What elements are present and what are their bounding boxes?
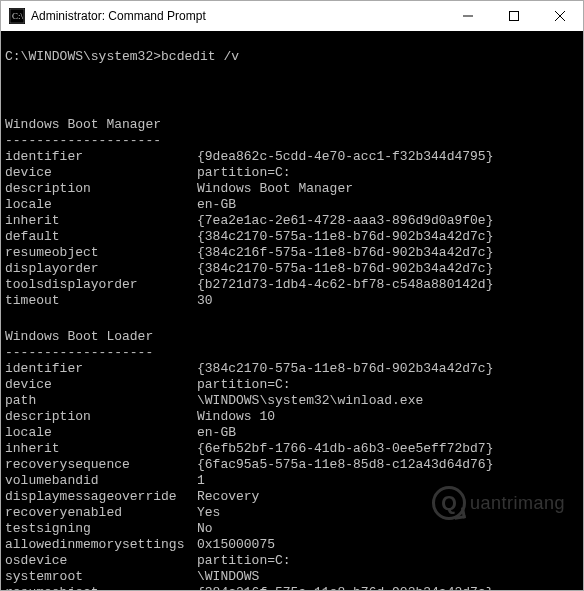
kv-key: locale	[5, 425, 197, 441]
kv-row: devicepartition=C:	[5, 377, 579, 393]
svg-rect-4	[510, 12, 519, 21]
kv-row: localeen-GB	[5, 425, 579, 441]
kv-key: osdevice	[5, 553, 197, 569]
section-title: Windows Boot Manager	[5, 117, 579, 133]
kv-key: path	[5, 393, 197, 409]
prompt-line: C:\WINDOWS\system32>bcdedit /v	[5, 49, 579, 65]
kv-row: allowedinmemorysettings0x15000075	[5, 537, 579, 553]
kv-row: resumeobject{384c216f-575a-11e8-b76d-902…	[5, 245, 579, 261]
kv-value: en-GB	[197, 425, 236, 440]
cmd-icon: C:\	[9, 8, 25, 24]
kv-value: {7ea2e1ac-2e61-4728-aaa3-896d9d0a9f0e}	[197, 213, 493, 228]
kv-value: partition=C:	[197, 377, 291, 392]
terminal-output[interactable]: C:\WINDOWS\system32>bcdedit /v Windows B…	[1, 31, 583, 590]
close-button[interactable]	[537, 1, 583, 31]
kv-row: toolsdisplayorder{b2721d73-1db4-4c62-bf7…	[5, 277, 579, 293]
sections-container: Windows Boot Manager--------------------…	[5, 117, 579, 590]
prompt-path: C:\WINDOWS\system32>	[5, 49, 161, 64]
maximize-button[interactable]	[491, 1, 537, 31]
kv-value: {6efb52bf-1766-41db-a6b3-0ee5eff72bd7}	[197, 441, 493, 456]
blank-line	[5, 309, 579, 325]
prompt-command: bcdedit /v	[161, 49, 239, 64]
kv-key: description	[5, 181, 197, 197]
kv-key: resumeobject	[5, 585, 197, 590]
kv-row: devicepartition=C:	[5, 165, 579, 181]
window-controls	[445, 1, 583, 31]
kv-value: Windows Boot Manager	[197, 181, 353, 196]
kv-key: timeout	[5, 293, 197, 309]
kv-key: inherit	[5, 213, 197, 229]
kv-value: 1	[197, 473, 205, 488]
kv-value: \WINDOWS\system32\winload.exe	[197, 393, 423, 408]
kv-row: inherit{7ea2e1ac-2e61-4728-aaa3-896d9d0a…	[5, 213, 579, 229]
kv-key: identifier	[5, 361, 197, 377]
kv-value: No	[197, 521, 213, 536]
kv-key: recoverysequence	[5, 457, 197, 473]
kv-key: identifier	[5, 149, 197, 165]
kv-value: en-GB	[197, 197, 236, 212]
kv-value: Yes	[197, 505, 220, 520]
kv-value: {384c2170-575a-11e8-b76d-902b34a42d7c}	[197, 229, 493, 244]
kv-key: toolsdisplayorder	[5, 277, 197, 293]
kv-row: displayorder{384c2170-575a-11e8-b76d-902…	[5, 261, 579, 277]
kv-value: partition=C:	[197, 553, 291, 568]
kv-row: timeout30	[5, 293, 579, 309]
kv-value: Recovery	[197, 489, 259, 504]
kv-row: identifier{9dea862c-5cdd-4e70-acc1-f32b3…	[5, 149, 579, 165]
section-title: Windows Boot Loader	[5, 329, 579, 345]
kv-value: 0x15000075	[197, 537, 275, 552]
section-divider: -------------------	[5, 345, 579, 361]
kv-key: device	[5, 165, 197, 181]
kv-value: \WINDOWS	[197, 569, 259, 584]
kv-row: default{384c2170-575a-11e8-b76d-902b34a4…	[5, 229, 579, 245]
kv-value: {384c216f-575a-11e8-b76d-902b34a42d7c}	[197, 585, 493, 590]
kv-key: volumebandid	[5, 473, 197, 489]
kv-value: partition=C:	[197, 165, 291, 180]
kv-row: identifier{384c2170-575a-11e8-b76d-902b3…	[5, 361, 579, 377]
kv-row: path\WINDOWS\system32\winload.exe	[5, 393, 579, 409]
kv-row: displaymessageoverrideRecovery	[5, 489, 579, 505]
kv-row: descriptionWindows 10	[5, 409, 579, 425]
kv-row: localeen-GB	[5, 197, 579, 213]
kv-row: recoverysequence{6fac95a5-575a-11e8-85d8…	[5, 457, 579, 473]
kv-key: description	[5, 409, 197, 425]
kv-row: systemroot\WINDOWS	[5, 569, 579, 585]
kv-key: locale	[5, 197, 197, 213]
kv-value: {b2721d73-1db4-4c62-bf78-c548a880142d}	[197, 277, 493, 292]
window-title: Administrator: Command Prompt	[31, 9, 445, 23]
kv-key: displaymessageoverride	[5, 489, 197, 505]
section-divider: --------------------	[5, 133, 579, 149]
kv-value: {9dea862c-5cdd-4e70-acc1-f32b344d4795}	[197, 149, 493, 164]
minimize-button[interactable]	[445, 1, 491, 31]
kv-row: resumeobject{384c216f-575a-11e8-b76d-902…	[5, 585, 579, 590]
kv-value: {384c2170-575a-11e8-b76d-902b34a42d7c}	[197, 361, 493, 376]
kv-key: testsigning	[5, 521, 197, 537]
kv-row: testsigningNo	[5, 521, 579, 537]
titlebar[interactable]: C:\ Administrator: Command Prompt	[1, 1, 583, 31]
svg-text:C:\: C:\	[12, 11, 24, 21]
kv-row: recoveryenabledYes	[5, 505, 579, 521]
kv-key: recoveryenabled	[5, 505, 197, 521]
kv-value: {384c216f-575a-11e8-b76d-902b34a42d7c}	[197, 245, 493, 260]
kv-row: inherit{6efb52bf-1766-41db-a6b3-0ee5eff7…	[5, 441, 579, 457]
blank-line	[5, 81, 579, 97]
kv-row: volumebandid1	[5, 473, 579, 489]
kv-value: {384c2170-575a-11e8-b76d-902b34a42d7c}	[197, 261, 493, 276]
kv-value: {6fac95a5-575a-11e8-85d8-c12a43d64d76}	[197, 457, 493, 472]
kv-key: device	[5, 377, 197, 393]
kv-key: allowedinmemorysettings	[5, 537, 197, 553]
kv-key: displayorder	[5, 261, 197, 277]
kv-key: inherit	[5, 441, 197, 457]
kv-key: systemroot	[5, 569, 197, 585]
command-prompt-window: C:\ Administrator: Command Prompt C:\WIN…	[0, 0, 584, 591]
kv-value: Windows 10	[197, 409, 275, 424]
kv-row: osdevicepartition=C:	[5, 553, 579, 569]
kv-key: default	[5, 229, 197, 245]
kv-key: resumeobject	[5, 245, 197, 261]
kv-row: descriptionWindows Boot Manager	[5, 181, 579, 197]
kv-value: 30	[197, 293, 213, 308]
